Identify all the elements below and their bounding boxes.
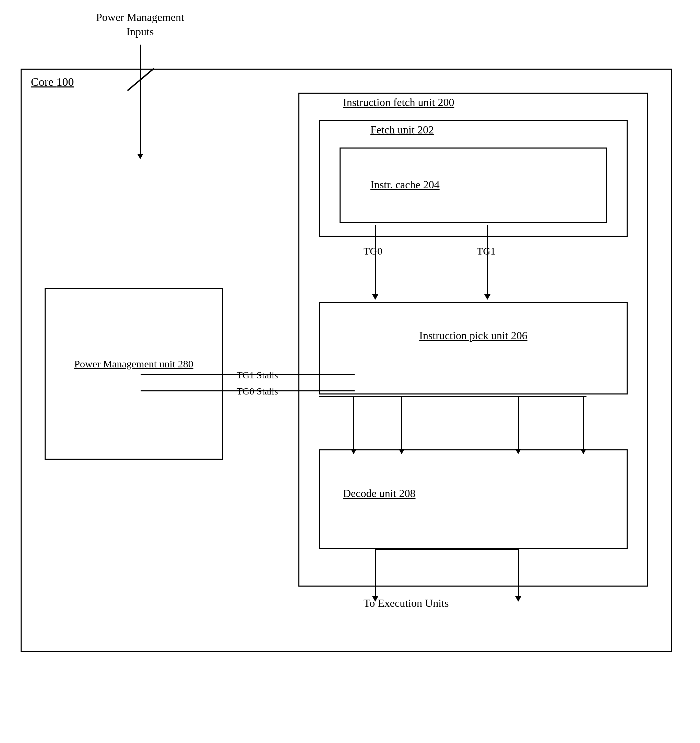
stalls-connect-right-tg0 [318,390,355,391]
arrow-decode-to-exec-2 [518,549,519,597]
du-label-number: 208 [399,487,416,499]
pick-bottom-hline [319,396,586,397]
diagram-container: Power Management Inputs Core 100 Instruc… [0,0,700,743]
pm-inputs-line1: Power Management [96,11,184,23]
power-mgmt-inputs-label: Power Management Inputs [96,10,184,39]
instr-cache-204-label: Instr. cache 204 [370,178,440,191]
tg0-label: TG0 [364,245,382,257]
pmu-label-number: 280 [178,358,194,369]
arrow-tg1-down [487,225,488,295]
stalls-connect-right-tg1 [318,374,355,375]
fu-label-number: 202 [417,123,434,136]
power-management-unit-280-box [44,288,223,460]
instruction-pick-unit-206-label: Instruction pick unit 206 [333,329,614,342]
core-label-number: 100 [56,75,74,88]
arrow-pick-to-decode-2 [401,396,402,449]
arrow-decode-to-exec-1 [375,549,376,597]
core-label-text: Core [31,75,56,88]
ife-label-number: 200 [438,96,454,108]
fetch-unit-202-label: Fetch unit 202 [370,123,434,136]
decode-bottom-hline [375,549,519,550]
tg1-stalls-label: TG1 Stalls [237,370,278,381]
arrow-pick-to-decode-1 [353,396,354,449]
decode-unit-208-label: Decode unit 208 [343,487,416,500]
instruction-fetch-unit-200-label: Instruction fetch unit 200 [343,96,454,109]
pmu-label-text: Power Management unit [74,358,178,369]
pm-inputs-line2: Inputs [126,25,154,38]
arrow-pick-to-decode-4 [583,396,584,449]
ic-label-number: 204 [423,178,440,191]
ipu-label-number: 206 [511,329,527,342]
arrow-tg0-down [375,225,376,295]
arrow-pick-to-decode-3 [518,396,519,449]
ife-label-text: Instruction fetch unit [343,96,438,108]
du-label-text: Decode unit [343,487,399,499]
fu-label-text: Fetch unit [370,123,417,136]
tg0-stalls-label: TG0 Stalls [237,386,278,397]
ipu-label-text: Instruction pick unit [419,329,511,342]
instruction-pick-unit-206-box [319,302,627,394]
tg1-label: TG1 [477,245,496,257]
core-label: Core 100 [31,75,74,89]
power-management-unit-280-label: Power Management unit 280 [50,357,218,371]
ic-label-text: Instr. cache [370,178,423,191]
exec-units-label: To Execution Units [364,597,448,610]
